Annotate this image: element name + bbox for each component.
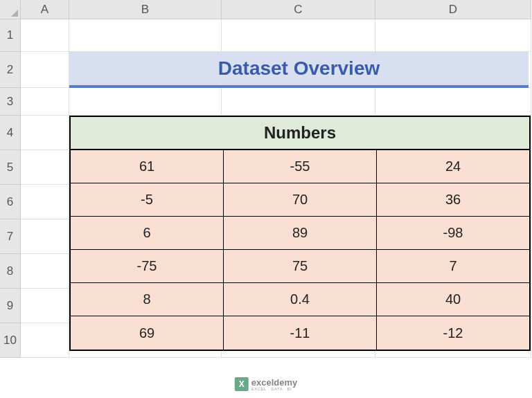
col-header-D[interactable]: D: [375, 0, 531, 19]
row-header-9[interactable]: 9: [0, 289, 21, 323]
cell-D6[interactable]: 36: [377, 183, 529, 217]
spreadsheet-grid[interactable]: Dataset Overview Numbers 61 -55 24 -5 70…: [21, 19, 531, 358]
row-header-1[interactable]: 1: [0, 19, 21, 52]
cell-C10[interactable]: -11: [224, 316, 377, 350]
row-header-7[interactable]: 7: [0, 219, 21, 254]
cell-D8[interactable]: 7: [377, 250, 529, 283]
col-header-C[interactable]: C: [222, 0, 375, 19]
row-header-8[interactable]: 8: [0, 254, 21, 289]
select-all-corner[interactable]: [0, 0, 21, 19]
row-header-3[interactable]: 3: [0, 88, 21, 116]
row-header-2[interactable]: 2: [0, 52, 21, 88]
watermark: X exceldemy EXCEL · DATA · BI: [235, 377, 298, 391]
table-row: -5 70 36: [71, 183, 529, 217]
watermark-sub: EXCEL · DATA · BI: [251, 387, 298, 391]
row-header-4[interactable]: 4: [0, 116, 21, 150]
cell-D7[interactable]: -98: [377, 217, 529, 250]
table-row: 61 -55 24: [71, 150, 529, 183]
cell-C6[interactable]: 70: [224, 183, 377, 217]
excel-icon: X: [235, 377, 249, 391]
table-row: 8 0.4 40: [71, 283, 529, 316]
cell-D9[interactable]: 40: [377, 283, 529, 316]
table-row: 69 -11 -12: [71, 316, 529, 350]
row-header-10[interactable]: 10: [0, 323, 21, 358]
col-header-A[interactable]: A: [21, 0, 69, 19]
cell-B7[interactable]: 6: [71, 217, 224, 250]
cell-B5[interactable]: 61: [71, 150, 224, 183]
cell-D5[interactable]: 24: [377, 150, 529, 183]
cell-B10[interactable]: 69: [71, 316, 224, 350]
dataset-title: Dataset Overview: [69, 52, 529, 88]
table-row: 6 89 -98: [71, 217, 529, 250]
table-row: -75 75 7: [71, 250, 529, 283]
row-header-6[interactable]: 6: [0, 185, 21, 219]
cell-B6[interactable]: -5: [71, 183, 224, 217]
cell-B8[interactable]: -75: [71, 250, 224, 283]
watermark-main: exceldemy: [251, 378, 298, 387]
cell-D10[interactable]: -12: [377, 316, 529, 350]
cell-C9[interactable]: 0.4: [224, 283, 377, 316]
cell-C7[interactable]: 89: [224, 217, 377, 250]
row-header-5[interactable]: 5: [0, 150, 21, 185]
cell-B9[interactable]: 8: [71, 283, 224, 316]
cell-C5[interactable]: -55: [224, 150, 377, 183]
table-header: Numbers: [71, 117, 529, 150]
col-header-B[interactable]: B: [69, 0, 222, 19]
numbers-table: Numbers 61 -55 24 -5 70 36 6 89 -98: [69, 116, 531, 351]
cell-C8[interactable]: 75: [224, 250, 377, 283]
